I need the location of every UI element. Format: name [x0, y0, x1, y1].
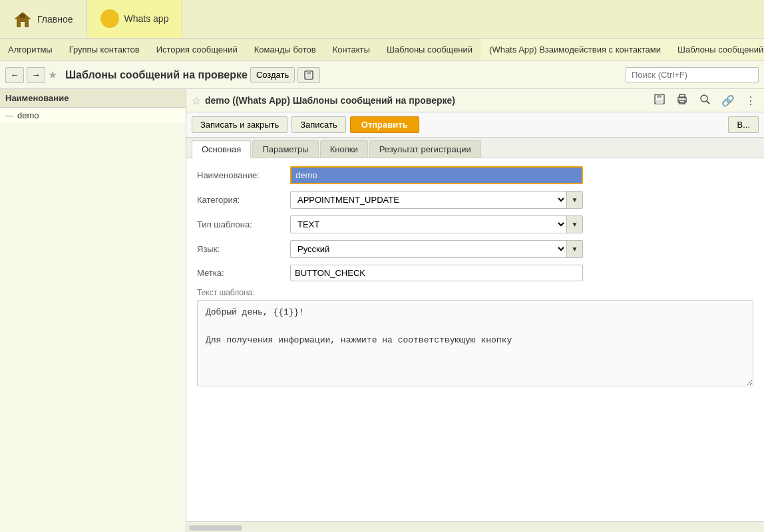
language-dropdown-btn[interactable]: ▼ [566, 241, 582, 257]
record-title: demo ((Whats App) Шаблоны сообщений на п… [205, 95, 647, 106]
form-row-type: Тип шаблона: TEXT ▼ [197, 215, 753, 233]
menu-contacts[interactable]: Контакты [325, 39, 379, 61]
sidebar-header: Наименование [0, 89, 186, 108]
record-more-icon[interactable]: ⋮ [743, 93, 759, 108]
tab-home-label: Главное [37, 14, 73, 25]
tab-registration-result[interactable]: Результат регистрации [369, 140, 481, 158]
svg-rect-3 [307, 71, 311, 74]
menu-wa-interactions[interactable]: (Whats App) Взаимодействия с контактами [481, 39, 669, 61]
type-dropdown-btn[interactable]: ▼ [566, 216, 582, 233]
record-print-icon[interactable] [673, 92, 691, 109]
action-bar: Записать и закрыть Записать Отправить В.… [186, 112, 764, 138]
sidebar-item-icon: — [5, 111, 13, 120]
form-row-category: Категория: APPOINTMENT_UPDATE ▼ [197, 191, 753, 209]
menu-algorithms[interactable]: Алгоритмы [0, 39, 61, 61]
save-button[interactable]: Записать [291, 116, 346, 133]
record-toolbar: ☆ demo ((Whats App) Шаблоны сообщений на… [186, 89, 764, 112]
language-label: Язык: [197, 244, 290, 254]
main-toolbar: ← → ★ Шаблоны сообщений на проверке Созд… [0, 61, 764, 89]
extra-button[interactable]: В... [728, 116, 759, 133]
svg-rect-6 [657, 94, 662, 98]
svg-line-12 [707, 101, 709, 104]
svg-rect-9 [679, 94, 685, 98]
svg-point-11 [701, 95, 707, 102]
record-save-icon[interactable] [651, 92, 668, 109]
category-label: Категория: [197, 195, 290, 205]
menu-message-history[interactable]: История сообщений [148, 39, 246, 61]
record-icon-group: 🔗 ⋮ [651, 92, 759, 109]
tab-parameters[interactable]: Параметры [252, 140, 318, 158]
content-area: ☆ demo ((Whats App) Шаблоны сообщений на… [186, 89, 764, 532]
tab-home[interactable]: Главное [0, 0, 87, 38]
svg-rect-4 [306, 76, 311, 79]
menu-bar: Алгоритмы Группы контактов История сообщ… [0, 39, 764, 61]
menu-templates-review[interactable]: Шаблоны сообщений на проверке [669, 39, 764, 61]
tag-input[interactable] [290, 265, 583, 281]
record-favorite-icon[interactable]: ☆ [192, 94, 201, 107]
top-tab-bar: Главное Whats app [0, 0, 764, 39]
form-row-name: Наименование: [197, 166, 753, 184]
category-select-wrapper: APPOINTMENT_UPDATE ▼ [290, 191, 583, 209]
tag-label: Метка: [197, 268, 290, 278]
record-link-icon[interactable]: 🔗 [719, 93, 737, 108]
scrollbar-area [186, 521, 764, 532]
sidebar-item-demo[interactable]: — demo [0, 108, 186, 123]
template-text-section: Текст шаблона: Добрый день, {{1}}! Для п… [197, 288, 753, 388]
name-input[interactable] [290, 166, 583, 184]
search-input[interactable] [626, 67, 759, 82]
svg-rect-1 [20, 14, 25, 18]
type-select-wrapper: TEXT ▼ [290, 215, 583, 233]
tab-whatsapp[interactable]: Whats app [87, 0, 183, 38]
form-row-language: Язык: Русский ▼ [197, 240, 753, 258]
form-row-tag: Метка: [197, 265, 753, 281]
tab-buttons[interactable]: Кнопки [320, 140, 368, 158]
back-button[interactable]: ← [5, 67, 24, 83]
template-text-area[interactable]: Добрый день, {{1}}! Для получения информ… [197, 300, 753, 386]
tab-bar: Основная Параметры Кнопки Результат реги… [186, 138, 764, 158]
tab-main[interactable]: Основная [192, 140, 251, 158]
create-button[interactable]: Создать [250, 67, 295, 82]
sidebar: Наименование — demo [0, 89, 186, 532]
menu-contact-groups[interactable]: Группы контактов [61, 39, 148, 61]
sidebar-item-label: demo [17, 110, 39, 120]
whatsapp-icon [100, 9, 119, 28]
category-select[interactable]: APPOINTMENT_UPDATE [291, 192, 566, 208]
menu-bot-commands[interactable]: Команды ботов [246, 39, 325, 61]
name-label: Наименование: [197, 170, 290, 180]
menu-message-templates[interactable]: Шаблоны сообщений [379, 39, 481, 61]
favorite-icon[interactable]: ★ [48, 68, 57, 81]
type-select[interactable]: TEXT [291, 216, 566, 233]
home-icon [13, 10, 32, 29]
language-select-wrapper: Русский ▼ [290, 240, 583, 258]
type-label: Тип шаблона: [197, 219, 290, 229]
language-select[interactable]: Русский [291, 241, 566, 257]
svg-rect-7 [656, 100, 663, 104]
template-text-label: Текст шаблона: [197, 288, 753, 297]
save-icon-button[interactable] [297, 67, 320, 83]
main-layout: Наименование — demo ☆ demo ((Whats App) … [0, 89, 764, 532]
form-area: Наименование: Категория: APPOINTMENT_UPD… [186, 158, 764, 521]
record-zoom-icon[interactable] [696, 92, 713, 109]
tab-whatsapp-label: Whats app [124, 13, 169, 24]
page-title: Шаблоны сообщений на проверке [65, 69, 248, 81]
horizontal-scrollbar[interactable] [189, 525, 242, 531]
save-close-button[interactable]: Записать и закрыть [192, 116, 287, 133]
forward-button[interactable]: → [27, 67, 45, 83]
send-button[interactable]: Отправить [350, 116, 419, 133]
category-dropdown-btn[interactable]: ▼ [566, 192, 582, 208]
